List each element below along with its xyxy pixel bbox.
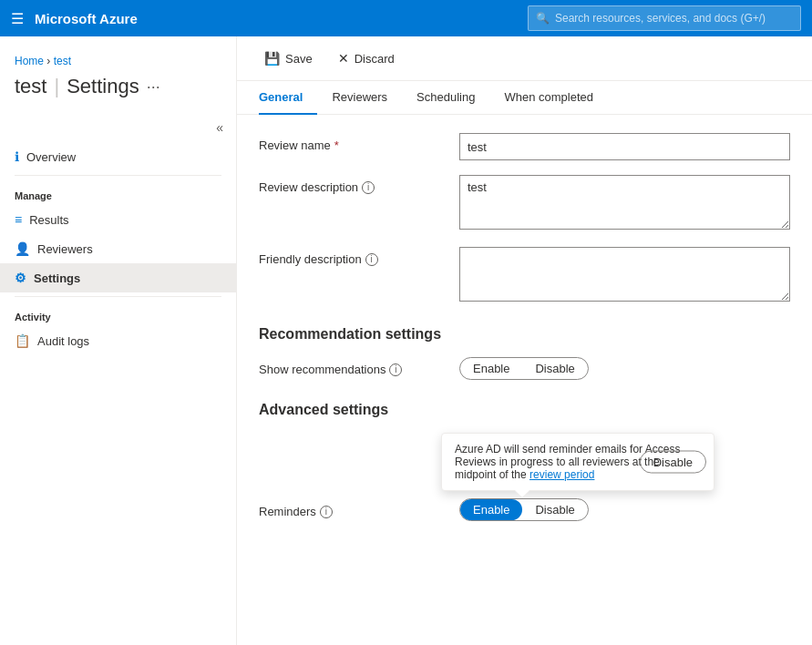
sidebar-settings-label: Settings [34, 271, 80, 285]
hamburger-menu[interactable]: ☰ [11, 10, 24, 27]
settings-icon: ⚙ [15, 271, 26, 285]
tooltip-disable-button[interactable]: Disable [641, 452, 705, 473]
activity-section-label: Activity [0, 301, 236, 326]
global-search[interactable]: 🔍 Search resources, services, and docs (… [528, 5, 801, 31]
tooltip-link[interactable]: review period [529, 468, 594, 481]
recommendations-disable-button[interactable]: Disable [522, 358, 587, 379]
sidebar-results-label: Results [29, 213, 68, 227]
friendly-description-info-icon[interactable]: i [365, 253, 378, 266]
breadcrumb-separator: › [46, 55, 50, 67]
sidebar-item-reviewers[interactable]: 👤 Reviewers [0, 234, 236, 263]
tooltip-disable-toggle: Disable [640, 451, 706, 474]
review-name-row: Review name * [259, 133, 790, 160]
results-icon: ≡ [15, 212, 22, 227]
friendly-description-input-container [459, 247, 790, 304]
search-placeholder: Search resources, services, and docs (G+… [555, 12, 766, 25]
main-container: Home › test test | Settings ··· « ℹ Over… [0, 36, 812, 645]
nav-divider-manage [15, 175, 221, 176]
recommendations-enable-button[interactable]: Enable [460, 358, 522, 379]
save-label: Save [285, 52, 313, 66]
show-recommendations-toggle: Enable Disable [459, 357, 589, 380]
breadcrumb-current: test [54, 55, 71, 67]
tooltip-arrow [515, 490, 529, 497]
search-icon: 🔍 [536, 12, 550, 25]
auditlogs-icon: 📋 [15, 333, 30, 348]
manage-section-label: Manage [0, 179, 236, 205]
required-marker: * [334, 138, 339, 152]
friendly-description-input[interactable] [459, 247, 790, 302]
sidebar-item-settings[interactable]: ⚙ Settings [0, 263, 236, 292]
breadcrumb: Home › test [0, 47, 236, 71]
toolbar: 💾 Save ✕ Discard [237, 36, 812, 81]
reviewers-icon: 👤 [15, 241, 30, 256]
reminders-toggle-group: Enable Disable [459, 498, 589, 521]
review-name-input-container [459, 133, 790, 160]
nav-divider-activity [15, 296, 221, 297]
reminders-label: Reminders i [259, 501, 441, 518]
friendly-description-label: Friendly description i [259, 247, 441, 266]
discard-icon: ✕ [338, 51, 349, 66]
reminders-enable-button[interactable]: Enable [460, 499, 522, 520]
topbar: ☰ Microsoft Azure 🔍 Search resources, se… [0, 0, 812, 36]
sidebar-auditlogs-label: Audit logs [37, 334, 89, 348]
tooltip-container: Azure AD will send reminder emails for A… [259, 433, 790, 491]
form-area: Review name * Review description i test [237, 115, 812, 539]
show-recommendations-label: Show recommendations i [259, 357, 441, 376]
tooltip-bubble: Azure AD will send reminder emails for A… [441, 433, 714, 491]
discard-button[interactable]: ✕ Discard [333, 47, 400, 69]
tab-general[interactable]: General [259, 81, 317, 115]
review-description-input-container: test [459, 175, 790, 232]
show-recommendations-row: Show recommendations i Enable Disable [259, 357, 790, 380]
page-title: test | Settings ··· [0, 71, 236, 113]
tab-when-completed[interactable]: When completed [489, 81, 608, 115]
sidebar-overview-label: Overview [26, 150, 76, 164]
title-divider: | [54, 75, 59, 98]
reminders-disable-button[interactable]: Disable [522, 499, 587, 520]
review-description-row: Review description i test [259, 175, 790, 232]
review-description-info-icon[interactable]: i [362, 181, 375, 194]
sidebar-collapse-button[interactable]: « [211, 117, 229, 138]
sidebar-item-overview[interactable]: ℹ Overview [0, 142, 236, 171]
sidebar-reviewers-label: Reviewers [37, 242, 93, 256]
breadcrumb-home[interactable]: Home [15, 55, 44, 67]
reminders-row: Reminders i Enable Disable [259, 498, 790, 521]
save-icon: 💾 [264, 51, 280, 66]
page-name: test [15, 75, 46, 98]
show-recommendations-info-icon[interactable]: i [389, 363, 402, 376]
recommendation-settings-heading: Recommendation settings [259, 326, 790, 343]
discard-label: Discard [355, 52, 395, 66]
page-section: Settings [67, 75, 139, 98]
tab-reviewers[interactable]: Reviewers [317, 81, 402, 115]
overview-icon: ℹ [15, 149, 19, 164]
recommendations-toggle-group: Enable Disable [459, 357, 589, 380]
sidebar-collapse-area: « [0, 113, 236, 142]
review-description-input[interactable]: test [459, 175, 790, 230]
review-name-input[interactable] [459, 133, 790, 160]
reminders-info-icon[interactable]: i [320, 506, 333, 518]
more-options-icon[interactable]: ··· [147, 77, 160, 97]
app-title: Microsoft Azure [35, 11, 517, 26]
sidebar-item-results[interactable]: ≡ Results [0, 205, 236, 234]
friendly-description-row: Friendly description i [259, 247, 790, 304]
tab-scheduling[interactable]: Scheduling [402, 81, 489, 115]
sidebar: Home › test test | Settings ··· « ℹ Over… [0, 36, 237, 645]
sidebar-item-auditlogs[interactable]: 📋 Audit logs [0, 326, 236, 355]
review-name-label: Review name * [259, 133, 441, 152]
review-description-label: Review description i [259, 175, 441, 194]
save-button[interactable]: 💾 Save [259, 47, 318, 69]
content-area: 💾 Save ✕ Discard General Reviewers Sched… [237, 36, 812, 645]
tab-bar: General Reviewers Scheduling When comple… [237, 81, 812, 115]
advanced-settings-heading: Advanced settings [259, 402, 790, 418]
